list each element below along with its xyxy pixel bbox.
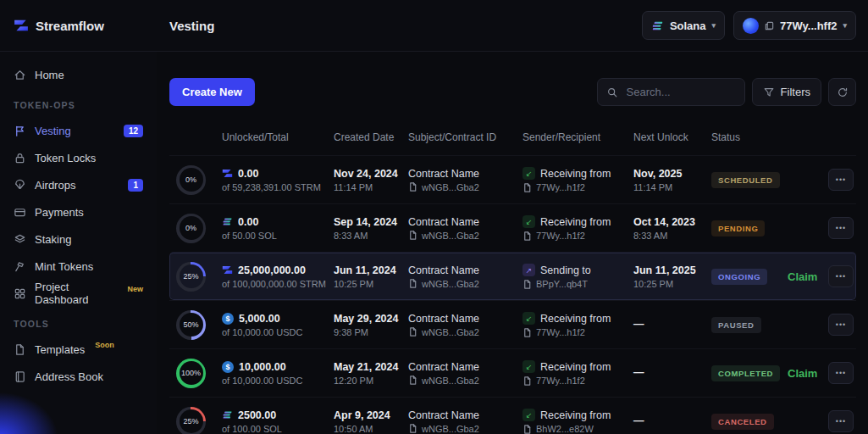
filters-button[interactable]: Filters [752,78,821,106]
progress-ring: 0% [176,214,206,243]
progress-ring: 50% [176,310,206,340]
row-menu-button[interactable]: ••• [828,217,854,239]
chevron-down-icon: ▾ [843,21,847,30]
send-icon: ↗ [522,264,535,276]
receive-icon: ↙ [522,409,535,421]
wallet-button[interactable]: 77Wy...hff2 ▾ [733,11,856,40]
table-row[interactable]: 50% 5,000.00 of 10,000.00 USDC May 29, 2… [169,300,856,348]
file-icon [14,343,26,356]
section-title-token-ops: TOKEN-OPS [14,100,143,110]
receive-icon: ↙ [522,360,535,373]
col-next-unlock: Next Unlock [633,131,711,143]
progress-ring: 0% [176,165,206,195]
sidebar-item-mint-tokens[interactable]: Mint Tokens [0,253,157,280]
table-row[interactable]: 0% 0.00 of 59,238,391.00 STRM Nov 24, 20… [169,155,856,203]
contract-icon [408,327,417,337]
strm-token-icon [222,168,233,179]
progress-ring: 25% [176,262,206,292]
ellipsis-icon: ••• [836,320,846,329]
parachute-icon [14,179,26,192]
ellipsis-icon: ••• [836,272,846,281]
main-content: Create New Filters [157,51,868,434]
strm-token-icon [222,264,233,275]
chevron-down-icon: ▾ [712,21,716,30]
table-row[interactable]: 100% 10,000.00 of 10,000.00 USDC May 21,… [169,348,856,397]
row-menu-button[interactable]: ••• [828,169,854,191]
wallet-avatar [743,18,759,34]
network-label: Solana [670,19,706,32]
sidebar-item-home[interactable]: Home [0,61,157,88]
contract-icon [408,376,417,385]
usdc-token-icon [222,313,234,325]
table-row[interactable]: 0% 0.00 of 50.00 SOL Sep 14, 20248:33 AM… [169,203,856,252]
contract-icon [522,328,532,337]
app-window: Streamflow Vesting Solana ▾ [0,0,868,434]
streamflow-logo-icon [14,18,29,33]
search-input[interactable] [625,85,730,99]
row-menu-button[interactable]: ••• [828,314,854,336]
sidebar-item-token-locks[interactable]: Token Locks [0,144,157,171]
sol-token-icon [222,409,233,420]
search-icon [606,86,618,98]
sidebar-item-airdrops[interactable]: Airdrops 1 [0,171,157,198]
contract-icon [408,182,417,192]
refresh-icon [837,86,849,98]
home-icon [14,69,26,81]
table-row[interactable]: 25% 2500.00 of 100.00 SOL Apr 9, 202410:… [169,397,856,434]
col-unlocked-total: Unlocked/Total [222,131,334,143]
dashboard-icon [14,287,26,300]
refresh-button[interactable] [828,78,856,106]
airdrops-count-badge: 1 [128,179,143,192]
funnel-icon [763,86,775,98]
sidebar-item-project-dashboard[interactable]: Project Dashboard New [0,280,157,307]
sidebar-item-vesting[interactable]: Vesting 12 [0,117,157,144]
contract-icon [522,376,532,386]
topbar: Streamflow Vesting Solana ▾ [0,0,868,52]
status-badge: CANCELED [711,414,774,430]
sidebar-item-payments[interactable]: Payments [0,198,157,225]
sol-token-icon [222,216,233,227]
search-box[interactable] [597,78,745,106]
col-subject: Subject/Contract ID [408,131,522,143]
vesting-table: Unlocked/Total Created Date Subject/Cont… [169,125,856,434]
sidebar-item-staking[interactable]: Staking [0,225,157,253]
claim-link[interactable]: Claim [788,367,817,380]
lock-icon [14,152,26,164]
row-menu-button[interactable]: ••• [828,410,854,432]
row-menu-button[interactable]: ••• [828,362,854,384]
contract-icon [522,425,532,434]
table-header: Unlocked/Total Created Date Subject/Cont… [169,125,856,155]
contract-icon [408,279,417,288]
layers-icon [14,233,26,246]
claim-link[interactable]: Claim [788,270,817,283]
col-status: Status [711,131,788,143]
col-created-date: Created Date [334,131,408,143]
toolbar: Create New Filters [169,78,856,106]
sidebar: Home TOKEN-OPS Vesting 12 Token Locks Ai… [0,51,157,434]
book-icon [14,370,26,383]
brand[interactable]: Streamflow [0,18,157,33]
col-sender-recipient: Sender/Recipient [522,131,633,143]
topbar-actions: Solana ▾ 77Wy...hff2 ▾ [642,11,868,40]
contract-icon [408,424,417,433]
row-menu-button[interactable]: ••• [828,265,854,287]
toolbar-right: Filters [597,78,856,106]
ellipsis-icon: ••• [836,175,846,184]
table-row-selected[interactable]: 25% 25,000,000.00 of 100,000,000.00 STRM… [169,252,856,300]
receive-icon: ↙ [522,167,535,180]
usdc-token-icon [222,361,234,373]
contract-icon [522,183,532,192]
new-tag: New [127,285,143,293]
network-select[interactable]: Solana ▾ [642,11,725,40]
sidebar-item-templates[interactable]: Templates Soon [0,336,157,363]
create-new-button[interactable]: Create New [169,78,255,106]
status-badge: PAUSED [711,317,761,333]
progress-ring: 100% [176,359,206,388]
page-title: Vesting [169,19,214,33]
status-badge: SCHEDULED [711,172,780,188]
copy-icon [765,21,774,31]
ellipsis-icon: ••• [836,224,846,232]
hammer-icon [14,260,26,273]
receive-icon: ↙ [522,215,535,228]
sidebar-item-address-book[interactable]: Address Book [0,363,157,390]
